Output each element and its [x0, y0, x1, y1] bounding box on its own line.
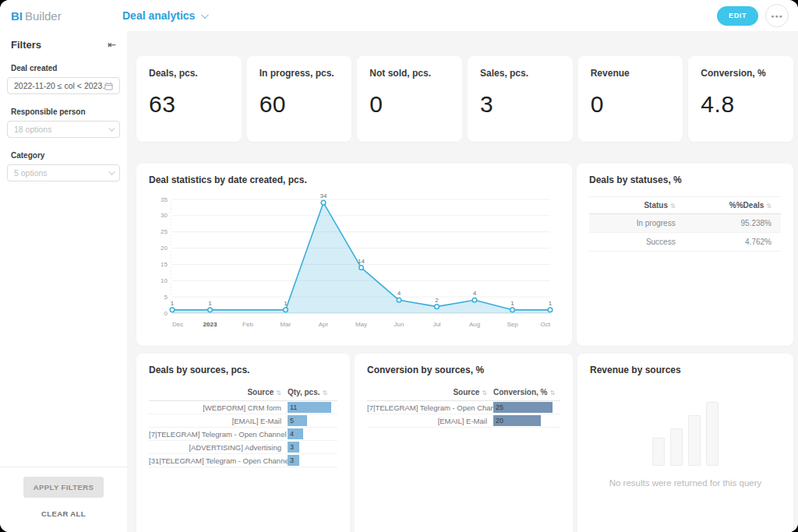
- kpi-value: 60: [260, 91, 340, 118]
- column-header-deals[interactable]: %%Deals⇅: [676, 201, 781, 210]
- sort-icon: ⇅: [323, 389, 328, 396]
- source-row[interactable]: [7|TELEGRAM] Telegram - Open Channel 44: [149, 428, 337, 441]
- kpi-card-in-progress-pcs: In progress, pcs.60: [247, 56, 352, 142]
- status-row[interactable]: In progress95.238%: [589, 214, 781, 233]
- svg-text:1: 1: [549, 300, 553, 307]
- value-bar: 25: [493, 402, 553, 413]
- table-header: Status⇅%%Deals⇅: [589, 196, 781, 214]
- svg-text:Feb: Feb: [242, 321, 253, 328]
- logo-secondary: Builder: [25, 9, 62, 23]
- source-row[interactable]: [EMAIL] E-Mail5: [149, 414, 337, 428]
- bar-cell: 3: [288, 441, 337, 453]
- column-header-status[interactable]: Status⇅: [589, 201, 676, 210]
- svg-text:Mar: Mar: [281, 321, 291, 328]
- svg-text:10: 10: [161, 277, 168, 284]
- conversion-by-sources-bar-table: Source⇅Conversion, %⇅[7|TELEGRAM] Telegr…: [367, 385, 560, 428]
- kpi-card-deals-pcs: Deals, pcs.63: [136, 56, 242, 142]
- source-row[interactable]: [WEBFORM] CRM form11: [149, 401, 337, 414]
- kpi-label: Conversion, %: [701, 68, 781, 79]
- source-label: [7|TELEGRAM] Telegram - Open Channel 4: [149, 430, 288, 439]
- value-bar: 20: [493, 415, 541, 426]
- panel-title: Deals by sources, pcs.: [149, 365, 337, 375]
- panel-deals-by-sources: Deals by sources, pcs. Source⇅Qty, pcs.⇅…: [136, 354, 350, 532]
- svg-text:Jul: Jul: [433, 321, 440, 328]
- kpi-value: 3: [480, 91, 560, 118]
- kpi-value: 0: [591, 91, 671, 118]
- table-body: In progress95.238%Success4.762%: [589, 214, 781, 252]
- kpi-label: Sales, pcs.: [480, 68, 560, 79]
- filter-deal-created-input[interactable]: 2022-11-20 ≤ col < 2023…: [7, 77, 120, 94]
- svg-text:Apr: Apr: [319, 321, 329, 328]
- value-bar: 11: [288, 402, 331, 413]
- kpi-card-conversion: Conversion, %4.8: [688, 56, 793, 142]
- value-bar: 3: [288, 455, 299, 466]
- clear-all-button[interactable]: CLEAR ALL: [0, 509, 127, 518]
- deals-by-statuses-table: Status⇅%%Deals⇅In progress95.238%Success…: [589, 196, 781, 252]
- sidebar-footer: APPLY FILTERS CLEAR ALL: [0, 467, 127, 532]
- filter-value: 5 options: [14, 168, 48, 178]
- column-header-value[interactable]: Conversion, %⇅: [493, 388, 560, 396]
- dashboard-content: Deals, pcs.63In progress, pcs.60Not sold…: [127, 31, 798, 532]
- filter-label: Deal created: [11, 64, 120, 72]
- source-row[interactable]: [7|TELEGRAM] Telegram - Open Channel 425: [367, 401, 560, 414]
- kpi-value: 4.8: [701, 91, 781, 118]
- svg-text:1: 1: [208, 300, 212, 307]
- filter-responsible-person-select[interactable]: 18 options: [7, 121, 120, 138]
- kpi-value: 63: [149, 91, 229, 118]
- kpi-card-revenue: Revenue0: [578, 56, 683, 142]
- panel-title: Deals by statuses, %: [589, 174, 781, 185]
- deals-by-sources-bar-table: Source⇅Qty, pcs.⇅[WEBFORM] CRM form11[EM…: [149, 385, 337, 467]
- percent-cell: 4.762%: [676, 238, 781, 246]
- kpi-label: In progress, pcs.: [260, 68, 340, 79]
- logo-primary: BI: [11, 9, 23, 23]
- svg-text:14: 14: [358, 258, 365, 265]
- source-row[interactable]: [31|TELEGRAM] Telegram - Open Channel 45…: [149, 454, 337, 467]
- svg-text:2: 2: [435, 297, 439, 304]
- filter-value: 18 options: [14, 125, 51, 134]
- svg-text:35: 35: [161, 196, 168, 203]
- empty-state: No results were returned for this query: [590, 402, 781, 488]
- app-window: BIBuilder Deal analytics EDIT ●●● Filter…: [0, 0, 798, 532]
- filter-group-category: Category5 options: [7, 151, 120, 181]
- svg-text:4: 4: [473, 290, 477, 297]
- filters-title: Filters: [11, 39, 41, 51]
- svg-text:Aug: Aug: [469, 321, 480, 328]
- svg-text:1: 1: [284, 300, 288, 307]
- filter-label: Category: [11, 151, 120, 160]
- column-header-source[interactable]: Source⇅: [149, 388, 288, 396]
- source-label: [31|TELEGRAM] Telegram - Open Channel 45: [149, 456, 288, 465]
- status-cell: In progress: [589, 219, 676, 227]
- kpi-card-sales-pcs: Sales, pcs.3: [468, 56, 573, 142]
- sort-icon: ⇅: [766, 203, 772, 210]
- column-header-source[interactable]: Source⇅: [367, 388, 493, 396]
- bar-cell: 5: [288, 414, 337, 427]
- source-row[interactable]: [EMAIL] E-Mail20: [367, 414, 560, 428]
- column-header-value[interactable]: Qty, pcs.⇅: [288, 388, 337, 396]
- svg-text:2023: 2023: [203, 321, 217, 328]
- bar-cell: 25: [493, 401, 560, 414]
- edit-button[interactable]: EDIT: [717, 6, 758, 26]
- kpi-label: Deals, pcs.: [149, 68, 229, 79]
- top-bar: BIBuilder Deal analytics EDIT ●●●: [0, 0, 798, 31]
- apply-filters-button[interactable]: APPLY FILTERS: [23, 477, 104, 498]
- table-header: Source⇅Qty, pcs.⇅: [149, 385, 337, 401]
- panel-conversion-by-sources: Conversion by sources, % Source⇅Conversi…: [355, 354, 573, 532]
- source-label: [ADVERTISING] Advertising: [149, 443, 288, 452]
- table-header: Source⇅Conversion, %⇅: [367, 385, 560, 401]
- status-row[interactable]: Success4.762%: [589, 233, 781, 252]
- more-options-button[interactable]: ●●●: [765, 4, 789, 27]
- svg-text:1: 1: [171, 300, 175, 307]
- placeholder-bars-icon: [590, 402, 781, 466]
- dashboard-title-dropdown[interactable]: Deal analytics: [122, 9, 207, 22]
- sort-icon: ⇅: [482, 389, 487, 396]
- value-bar: 5: [288, 415, 307, 426]
- app-logo[interactable]: BIBuilder: [0, 9, 116, 23]
- collapse-sidebar-icon[interactable]: ⇤: [108, 39, 116, 51]
- svg-text:34: 34: [320, 192, 327, 199]
- panel-deals-by-statuses: Deals by statuses, % Status⇅%%Deals⇅In p…: [577, 164, 793, 346]
- filter-category-select[interactable]: 5 options: [7, 164, 120, 181]
- source-row[interactable]: [ADVERTISING] Advertising3: [149, 441, 337, 454]
- panel-revenue-by-sources: Revenue by sources No results were retur…: [577, 354, 793, 532]
- svg-text:May: May: [355, 321, 367, 328]
- bar-cell: 4: [288, 428, 337, 440]
